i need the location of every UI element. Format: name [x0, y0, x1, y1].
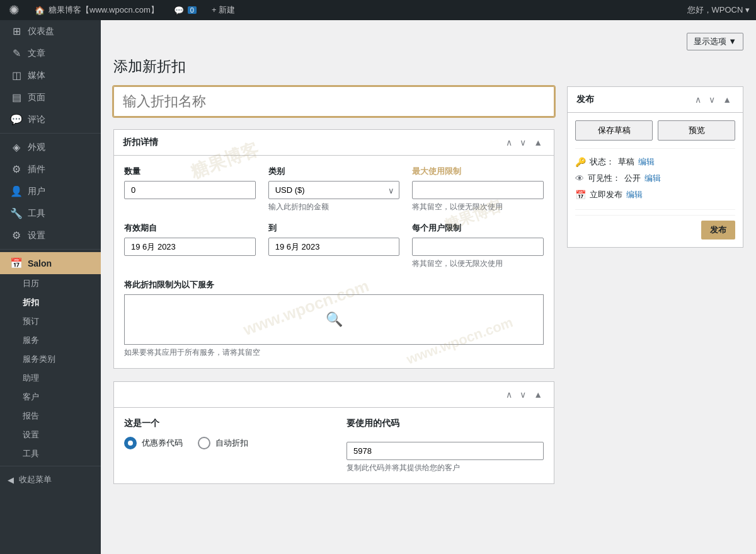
display-options-label: 显示选项 ▼	[694, 36, 736, 47]
home-icon: 🏠	[35, 6, 45, 15]
visibility-edit-link[interactable]: 编辑	[644, 173, 661, 184]
status-value: 草稿	[618, 156, 634, 168]
type-label: 类别	[268, 166, 400, 177]
sidebar-item-discount[interactable]: 折扣	[0, 293, 101, 312]
collapse-menu-item[interactable]: ◀ 收起菜单	[0, 469, 101, 490]
collapse-label: 收起菜单	[19, 474, 52, 485]
radio-coupon-circle[interactable]	[124, 437, 137, 449]
sidebar-item-label-media: 媒体	[28, 70, 45, 81]
bottom-panel-expand-down-btn[interactable]: ∨	[517, 388, 529, 401]
wp-logo-item[interactable]: ✺	[6, 3, 22, 18]
status-icon: 🔑	[575, 157, 586, 167]
max-usage-group: 最大使用限制 将其留空，以便无限次使用	[412, 166, 544, 212]
sidebar-item-service[interactable]: 服务	[0, 331, 101, 350]
radio-coupon-code[interactable]: 优惠券代码	[124, 437, 183, 449]
sidebar-item-salon-tools[interactable]: 工具	[0, 444, 101, 463]
radio-auto-circle[interactable]	[198, 437, 210, 449]
code-input[interactable]	[346, 442, 544, 460]
sidebar-item-users[interactable]: 👤 用户	[0, 180, 101, 202]
site-name-item[interactable]: 🏠 糖果博客【www.wpocn.com】	[32, 4, 161, 16]
media-icon: ◫	[10, 69, 23, 81]
sidebar-item-salon-settings[interactable]: 设置	[0, 425, 101, 444]
sidebar-item-tools[interactable]: 🔧 工具	[0, 202, 101, 224]
max-usage-label: 最大使用限制	[412, 166, 544, 177]
greeting[interactable]: 您好，WPOCN ▾	[687, 4, 750, 16]
sidebar-item-plugins[interactable]: ⚙ 插件	[0, 158, 101, 180]
panel-toggle-btn[interactable]: ▲	[531, 136, 545, 149]
publish-footer: 发布	[575, 215, 735, 239]
sidebar-item-label-tools: 工具	[28, 208, 45, 219]
new-content-label: + 新建	[212, 4, 235, 16]
per-user-input[interactable]	[412, 238, 544, 256]
bottom-panel-expand-up-btn[interactable]: ∧	[503, 388, 515, 401]
publish-header: 发布 ∧ ∨ ▲	[568, 87, 743, 113]
sidebar-item-media[interactable]: ◫ 媒体	[0, 64, 101, 86]
posts-icon: ✎	[10, 47, 23, 59]
type-select[interactable]: USD ($) 百分比 (%)	[268, 181, 400, 199]
panel-expand-down-btn[interactable]: ∨	[517, 136, 529, 149]
bottom-panel-toggle-btn[interactable]: ▲	[531, 388, 545, 401]
sidebar-item-appearance[interactable]: ◈ 外观	[0, 136, 101, 158]
sidebar-item-posts[interactable]: ✎ 文章	[0, 42, 101, 64]
status-edit-link[interactable]: 编辑	[638, 156, 655, 168]
visibility-label: 可见性：	[588, 173, 621, 184]
sidebar-item-customer[interactable]: 客户	[0, 388, 101, 407]
coupon-name-input[interactable]	[113, 86, 554, 117]
service-hint: 如果要将其应用于所有服务，请将其留空	[124, 347, 544, 358]
code-col: 要使用的代码 复制此代码并将其提供给您的客户	[346, 418, 544, 473]
coupon-details-panel: 折扣详情 ∧ ∨ ▲ 数量	[113, 129, 554, 369]
radio-auto-discount[interactable]: 自动折扣	[198, 437, 248, 449]
code-hint: 复制此代码并将其提供给您的客户	[346, 463, 544, 473]
quantity-input[interactable]	[124, 181, 256, 199]
sidebar-item-label-settings: 设置	[28, 230, 45, 241]
sidebar-item-salon[interactable]: 📅 Salon	[0, 252, 101, 274]
sidebar-item-service-category[interactable]: 服务类别	[0, 350, 101, 369]
publish-time-edit-link[interactable]: 编辑	[626, 189, 643, 200]
admin-bar: ✺ 🏠 糖果博客【www.wpocn.com】 💬 0 + 新建 您好，WPOC…	[0, 0, 756, 20]
side-column: 发布 ∧ ∨ ▲ 保存草稿 预览	[567, 86, 743, 260]
comments-item[interactable]: 💬 0	[171, 6, 199, 15]
publish-expand-up-btn[interactable]: ∧	[692, 93, 704, 106]
type-group: 类别 USD ($) 百分比 (%) ∨ 输入此折扣的金额	[268, 166, 400, 212]
max-usage-input[interactable]	[412, 181, 544, 199]
publish-meta: 🔑 状态： 草稿 编辑 👁 可见性： 公开	[575, 154, 735, 203]
save-draft-button[interactable]: 保存草稿	[575, 120, 653, 141]
sidebar-item-assistant[interactable]: 助理	[0, 369, 101, 388]
sidebar-item-settings[interactable]: ⚙ 设置	[0, 224, 101, 246]
search-icon[interactable]: 🔍	[326, 311, 343, 328]
publish-time-item: 📅 立即发布 编辑	[575, 187, 735, 203]
salon-icon: 📅	[10, 257, 23, 269]
valid-to-input[interactable]	[268, 238, 400, 256]
display-options-button[interactable]: 显示选项 ▼	[687, 33, 743, 50]
sidebar-item-label-pages: 页面	[28, 92, 45, 103]
sidebar-item-calendar[interactable]: 日历	[0, 274, 101, 293]
discount-type-header: ∧ ∨ ▲	[114, 382, 554, 408]
sidebar-item-label-users: 用户	[28, 186, 45, 197]
max-usage-hint: 将其留空，以便无限次使用	[412, 202, 544, 212]
tools-icon: 🔧	[10, 207, 23, 219]
sidebar-item-pages[interactable]: ▤ 页面	[0, 86, 101, 108]
quantity-group: 数量	[124, 166, 256, 212]
radio-auto-label: 自动折扣	[215, 437, 248, 449]
status-label: 状态：	[590, 156, 614, 168]
discount-type-panel: ∧ ∨ ▲ 这是一个 优惠券代码	[113, 381, 554, 484]
sidebar-item-label-plugins: 插件	[28, 164, 45, 175]
discount-type-section-title: 这是一个	[124, 418, 321, 429]
main-column: 折扣详情 ∧ ∨ ▲ 数量	[113, 86, 554, 497]
panel-expand-up-btn[interactable]: ∧	[503, 136, 515, 149]
preview-button[interactable]: 预览	[658, 120, 735, 141]
sidebar-item-reports[interactable]: 报告	[0, 407, 101, 425]
radio-coupon-label: 优惠券代码	[142, 437, 183, 449]
sidebar-item-label-posts: 文章	[28, 48, 45, 59]
publish-button[interactable]: 发布	[701, 221, 735, 239]
status-item: 🔑 状态： 草稿 编辑	[575, 154, 735, 170]
sidebar-item-comments[interactable]: 💬 评论	[0, 108, 101, 130]
sidebar-item-booking[interactable]: 预订	[0, 312, 101, 331]
visibility-item: 👁 可见性： 公开 编辑	[575, 170, 735, 187]
per-user-label: 每个用户限制	[412, 222, 544, 234]
new-content-item[interactable]: + 新建	[209, 4, 238, 16]
publish-toggle-btn[interactable]: ▲	[720, 93, 734, 106]
publish-expand-down-btn[interactable]: ∨	[706, 93, 718, 106]
sidebar-item-dashboard[interactable]: ⊞ 仪表盘	[0, 20, 101, 42]
valid-from-input[interactable]	[124, 238, 256, 256]
